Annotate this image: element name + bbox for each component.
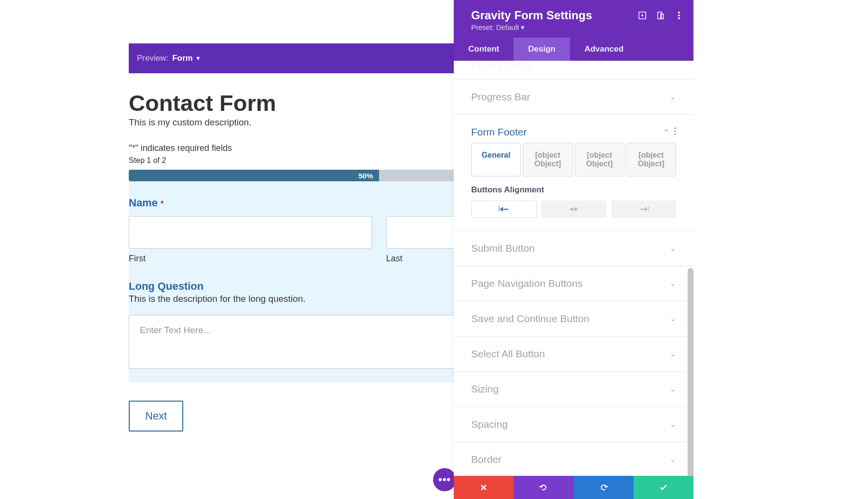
svg-point-1 (641, 14, 643, 16)
accordion-submit-button[interactable]: Submit Button ⌄ (454, 231, 693, 266)
hover-icon[interactable] (638, 12, 646, 19)
chevron-down-icon: ⌄ (670, 279, 676, 288)
buttons-alignment-label: Buttons Alignment (471, 185, 676, 195)
preview-label: Preview: (137, 54, 168, 63)
redo-button[interactable] (574, 476, 634, 499)
tab-design[interactable]: Design (514, 38, 570, 61)
sidebar-footer (454, 476, 693, 499)
align-right-button[interactable] (611, 201, 676, 218)
svg-point-9 (674, 133, 676, 135)
chevron-down-icon: ⌄ (670, 314, 676, 323)
preset-dropdown[interactable]: Preset: Default ▾ (471, 23, 592, 32)
name-field-label: Name * (129, 197, 163, 209)
next-button[interactable]: Next (129, 401, 183, 432)
cancel-button[interactable] (454, 476, 514, 499)
chevron-down-icon: ⌄ (670, 350, 676, 358)
accordion-sizing[interactable]: Sizing ⌄ (454, 372, 693, 407)
chevron-down-icon: ⌄ (670, 93, 676, 101)
accordion-spacing[interactable]: Spacing ⌄ (454, 407, 693, 442)
accordion-progress-bar[interactable]: Progress Bar ⌄ (454, 80, 693, 115)
svg-point-6 (678, 17, 680, 19)
sidebar-title: Gravity Form Settings (471, 9, 592, 22)
svg-point-8 (674, 130, 676, 132)
align-center-button[interactable] (542, 201, 606, 218)
form-footer-body: General [object Object] [object Object] … (454, 138, 693, 231)
scrollbar[interactable] (688, 268, 693, 476)
sidebar-tabs: Content Design Advanced (454, 38, 693, 61)
progress-percent: 50% (358, 172, 373, 180)
preview-value: Form (172, 54, 193, 63)
sidebar-content: Pricing Fields Progress Bar ⌄ Form Foote… (454, 61, 693, 476)
svg-point-4 (678, 12, 680, 13)
first-name-input[interactable] (129, 216, 372, 249)
first-name-sublabel: First (129, 254, 372, 264)
asterisk-icon: * (161, 200, 163, 208)
tab-content[interactable]: Content (454, 38, 514, 61)
accordion-page-nav[interactable]: Page Navigation Buttons ⌄ (454, 266, 693, 301)
accordion-select-all[interactable]: Select All Button ⌄ (454, 337, 693, 372)
svg-point-7 (674, 127, 676, 129)
accordion-border[interactable]: Border ⌄ (454, 442, 693, 469)
sidebar-header: Gravity Form Settings Preset: Default ▾ (454, 0, 693, 38)
svg-point-5 (678, 14, 680, 16)
sub-tab-4[interactable]: [object Object] (626, 143, 676, 176)
tab-advanced[interactable]: Advanced (570, 38, 638, 61)
undo-button[interactable] (514, 476, 573, 499)
align-left-button[interactable] (471, 201, 537, 218)
svg-rect-2 (658, 12, 662, 19)
chevron-down-icon: ⌄ (670, 455, 676, 464)
more-vertical-icon[interactable] (674, 127, 676, 137)
more-vertical-icon[interactable] (675, 12, 683, 19)
chevron-down-icon: ⌄ (670, 385, 676, 393)
accordion-pricing-fields[interactable]: Pricing Fields (454, 61, 693, 80)
sub-tab-2[interactable]: [object Object] (523, 143, 572, 176)
accordion-form-footer[interactable]: Form Footer ⌃ (454, 115, 693, 138)
caret-down-icon: ▼ (195, 55, 201, 62)
sub-tab-3[interactable]: [object Object] (575, 143, 624, 176)
accordion-save-continue[interactable]: Save and Continue Button ⌄ (454, 301, 693, 337)
svg-rect-3 (661, 14, 664, 19)
fab-menu-button[interactable]: ••• (433, 468, 456, 491)
save-button[interactable] (634, 476, 693, 499)
chevron-up-icon: ⌃ (663, 128, 669, 137)
chevron-down-icon: ⌄ (670, 244, 676, 253)
responsive-icon[interactable] (657, 12, 665, 19)
sub-tab-general[interactable]: General (471, 143, 521, 176)
progress-fill: 50% (129, 170, 379, 181)
chevron-down-icon: ⌄ (670, 420, 676, 429)
settings-sidebar: Gravity Form Settings Preset: Default ▾ … (454, 0, 693, 499)
dots-icon: ••• (438, 473, 451, 486)
